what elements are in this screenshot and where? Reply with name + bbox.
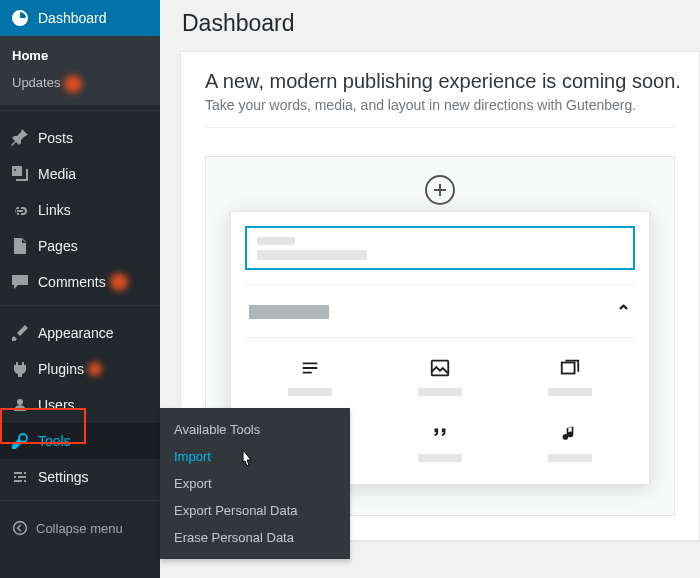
sidebar-item-users[interactable]: Users — [0, 387, 160, 423]
plugin-icon — [10, 359, 30, 379]
panel-headline: A new, modern publishing experience is c… — [205, 70, 675, 93]
dashboard-icon — [10, 8, 30, 28]
comment-icon — [10, 272, 30, 292]
block-search-input[interactable] — [245, 226, 635, 270]
settings-icon — [10, 467, 30, 487]
brush-icon — [10, 323, 30, 343]
submenu-home[interactable]: Home — [0, 42, 160, 69]
sidebar-label: Dashboard — [38, 10, 107, 26]
sidebar-label: Appearance — [38, 325, 114, 341]
sidebar-label: Links — [38, 202, 71, 218]
sidebar-label: Pages — [38, 238, 78, 254]
sidebar-label: Media — [38, 166, 76, 182]
sidebar-label: Posts — [38, 130, 73, 146]
sidebar-item-comments[interactable]: Comments — [0, 264, 160, 300]
block-quote[interactable] — [390, 422, 490, 462]
wrench-icon — [10, 431, 30, 451]
media-icon — [10, 164, 30, 184]
sidebar-label: Plugins — [38, 361, 84, 377]
flyout-export-personal[interactable]: Export Personal Data — [160, 497, 350, 524]
submenu-updates[interactable]: Updates — [0, 69, 160, 99]
users-icon — [10, 395, 30, 415]
comments-badge — [110, 273, 128, 291]
sidebar-item-posts[interactable]: Posts — [0, 120, 160, 156]
plugins-badge — [88, 362, 102, 376]
link-icon — [10, 200, 30, 220]
page-title: Dashboard — [182, 10, 700, 37]
sidebar-item-tools[interactable]: Tools — [0, 423, 160, 459]
panel-subline: Take your words, media, and layout in ne… — [205, 97, 675, 113]
updates-badge — [64, 75, 82, 93]
sidebar-label: Users — [38, 397, 75, 413]
block-paragraph[interactable] — [260, 356, 360, 396]
image-icon — [428, 356, 452, 380]
sidebar-item-media[interactable]: Media — [0, 156, 160, 192]
sidebar-item-links[interactable]: Links — [0, 192, 160, 228]
sidebar-label: Comments — [38, 274, 106, 290]
block-audio[interactable] — [520, 422, 620, 462]
sidebar-item-pages[interactable]: Pages — [0, 228, 160, 264]
sidebar-item-dashboard[interactable]: Dashboard — [0, 0, 160, 36]
sidebar-item-settings[interactable]: Settings — [0, 459, 160, 495]
tools-flyout: Available Tools Import Export Export Per… — [160, 408, 350, 559]
sidebar-item-plugins[interactable]: Plugins — [0, 351, 160, 387]
sidebar-label: Tools — [38, 433, 71, 449]
add-block-button[interactable] — [425, 175, 455, 205]
sidebar-item-appearance[interactable]: Appearance — [0, 315, 160, 351]
flyout-available-tools[interactable]: Available Tools — [160, 416, 350, 443]
sidebar-label: Settings — [38, 469, 89, 485]
svg-rect-2 — [562, 363, 575, 374]
block-gallery[interactable] — [520, 356, 620, 396]
admin-sidebar: Dashboard Home Updates Posts Media Links… — [0, 0, 160, 578]
gallery-icon — [558, 356, 582, 380]
paragraph-icon — [298, 356, 322, 380]
flyout-export[interactable]: Export — [160, 470, 350, 497]
quote-icon — [428, 422, 452, 446]
collapse-icon — [10, 518, 30, 538]
chevron-up-icon: ⌃ — [616, 301, 631, 323]
block-image[interactable] — [390, 356, 490, 396]
flyout-import[interactable]: Import — [160, 443, 350, 470]
svg-point-0 — [14, 522, 27, 535]
flyout-erase-personal[interactable]: Erase Personal Data — [160, 524, 350, 551]
audio-icon — [558, 422, 582, 446]
pin-icon — [10, 128, 30, 148]
dashboard-submenu: Home Updates — [0, 36, 160, 105]
block-category-row[interactable]: ⌃ — [245, 299, 635, 325]
page-icon — [10, 236, 30, 256]
category-label-placeholder — [249, 305, 329, 319]
collapse-menu[interactable]: Collapse menu — [0, 510, 160, 546]
